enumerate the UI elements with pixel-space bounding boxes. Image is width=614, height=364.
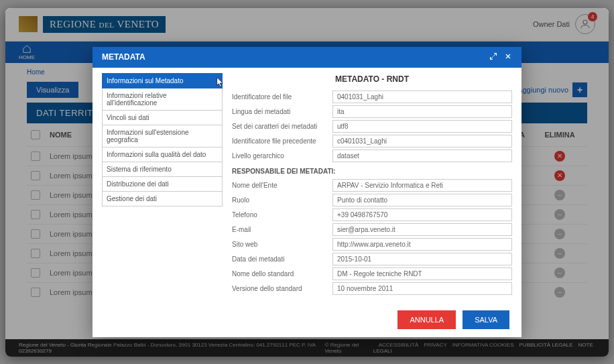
- field-value[interactable]: http://www.arpa.veneto.it: [332, 238, 512, 251]
- field-value[interactable]: DM - Regole tecniche RNDT: [332, 267, 512, 280]
- cancel-button[interactable]: ANNULLA: [397, 310, 456, 329]
- form-row: Data dei metadati2015-10-01: [232, 253, 512, 265]
- form-row: Identificatore del file0401031_Laghi: [232, 90, 512, 103]
- form-row: Lingua dei metadatiita: [232, 105, 512, 118]
- field-label: E-mail: [232, 226, 332, 233]
- field-label: Sito web: [232, 241, 332, 248]
- modal-header: METADATA: [93, 47, 521, 68]
- field-value[interactable]: ita: [332, 105, 512, 118]
- app-frame: REGIONE DEL VENETO Owner Dati 4 HOME Hom…: [5, 8, 609, 357]
- menu-item[interactable]: Informazioni sulla qualità del dato: [102, 147, 223, 162]
- form-row: RuoloPunto di contatto: [232, 194, 512, 206]
- field-value[interactable]: +39 0498767570: [332, 208, 512, 221]
- field-label: Telefono: [232, 211, 332, 219]
- modal-body: Informazioni sul MetadatoInformazioni re…: [93, 68, 521, 302]
- field-label: Identificatore file precedente: [232, 137, 332, 145]
- menu-item[interactable]: Gestione dei dati: [102, 191, 223, 206]
- field-value[interactable]: 10 novembre 2011: [332, 282, 512, 295]
- field-value[interactable]: c0401031_Laghi: [332, 135, 512, 147]
- field-value[interactable]: ARPAV - Servizio Informatica e Reti: [332, 179, 512, 192]
- metadata-modal: METADATA Informazioni sul MetadatoInform…: [93, 47, 521, 337]
- field-label: Set dei caratteri dei metadati: [232, 123, 332, 130]
- form-row: Livello gerarchicodataset: [232, 149, 512, 162]
- menu-item[interactable]: Sistema di riferimento: [102, 162, 223, 177]
- field-label: Data dei metadati: [232, 255, 332, 263]
- field-value[interactable]: 2015-10-01: [332, 253, 512, 265]
- field-value[interactable]: Punto di contatto: [332, 194, 512, 206]
- modal-side-menu: Informazioni sul MetadatoInformazioni re…: [102, 73, 223, 297]
- field-value[interactable]: 0401031_Laghi: [332, 90, 512, 103]
- menu-item[interactable]: Informazioni relative all'identificazion…: [102, 88, 223, 111]
- form-row: E-mailsier@arpa.veneto.it: [232, 223, 512, 236]
- expand-icon[interactable]: [489, 52, 497, 62]
- field-label: Lingua dei metadati: [232, 108, 332, 115]
- save-button[interactable]: SALVA: [463, 310, 509, 329]
- form-row: Telefono+39 0498767570: [232, 208, 512, 221]
- form-row: Nome dell'EnteARPAV - Servizio Informati…: [232, 179, 512, 192]
- form-subheading: RESPONSABILE DEI METADATI:: [232, 168, 512, 175]
- form-row: Nome dello standardDM - Regole tecniche …: [232, 267, 512, 280]
- form-row: Set dei caratteri dei metadatiutf8: [232, 120, 512, 133]
- form-row: Sito webhttp://www.arpa.veneto.it: [232, 238, 512, 251]
- modal-form: METADATO - RNDT Identificatore del file0…: [232, 73, 512, 297]
- modal-header-title: METADATA: [102, 52, 145, 62]
- cursor-icon: [215, 76, 226, 87]
- field-label: Identificatore del file: [232, 93, 332, 101]
- field-value[interactable]: utf8: [332, 120, 512, 133]
- field-value[interactable]: dataset: [332, 149, 512, 162]
- modal-footer: ANNULLA SALVA: [93, 302, 521, 337]
- menu-item[interactable]: Informazioni sul Metadato: [102, 73, 223, 88]
- form-row: Versione dello standard10 novembre 2011: [232, 282, 512, 295]
- field-label: Nome dello standard: [232, 270, 332, 278]
- field-label: Nome dell'Ente: [232, 182, 332, 189]
- menu-item[interactable]: Vincoli sui dati: [102, 110, 223, 125]
- form-row: Identificatore file precedentec0401031_L…: [232, 135, 512, 147]
- close-icon[interactable]: [504, 52, 512, 62]
- field-label: Ruolo: [232, 196, 332, 204]
- menu-item[interactable]: Distribuzione dei dati: [102, 176, 223, 192]
- field-label: Versione dello standard: [232, 285, 332, 292]
- modal-form-title: METADATO - RNDT: [232, 74, 512, 84]
- field-label: Livello gerarchico: [232, 152, 332, 160]
- menu-item[interactable]: Informazioni sull'estensione geografica: [102, 125, 223, 147]
- field-value[interactable]: sier@arpa.veneto.it: [332, 223, 512, 236]
